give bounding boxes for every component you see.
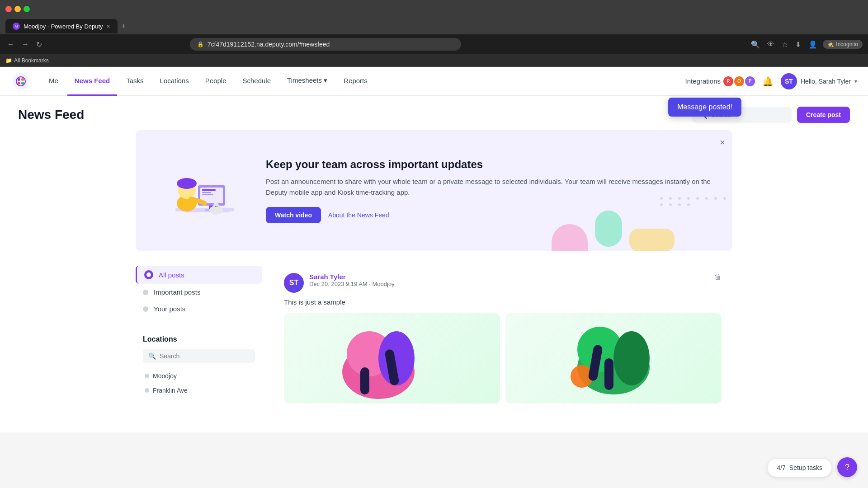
tab-close-btn[interactable]: ×: [107, 23, 110, 30]
post-delete-btn[interactable]: 🗑: [714, 273, 722, 281]
maximize-window-btn[interactable]: [24, 6, 30, 12]
filter-all-posts-icon: [144, 270, 153, 279]
address-bar[interactable]: 🔒 7cf47d19112152.na.deputy.com/#newsfeed: [190, 38, 461, 51]
info-banner: ×: [136, 130, 732, 251]
nav-links: Me News Feed Tasks Locations People Sche…: [42, 67, 375, 95]
svg-point-16: [177, 178, 197, 189]
nav-tasks[interactable]: Tasks: [119, 67, 151, 96]
nav-right: Integrations R O P 🔔 ST Hello, Sarah Tyl…: [685, 73, 857, 89]
banner-description: Post an announcement to share with your …: [266, 176, 711, 198]
nav-people[interactable]: People: [198, 67, 234, 96]
svg-point-22: [217, 206, 217, 207]
deco-shape-3: [629, 229, 675, 251]
filter-your-posts-label: Your posts: [154, 305, 185, 313]
post-author-name[interactable]: Sarah Tyler: [309, 273, 395, 281]
svg-rect-33: [604, 358, 613, 390]
chevron-down-icon: ▾: [854, 78, 857, 84]
minimize-window-btn[interactable]: [14, 6, 21, 12]
integration-badge-purple: P: [745, 76, 755, 86]
notifications-btn[interactable]: 🔔: [762, 76, 774, 87]
post-image-2: [505, 313, 722, 404]
notification-tooltip: Message posted!: [668, 98, 741, 117]
post-image-1: [284, 313, 500, 404]
app-logo[interactable]: [11, 71, 31, 91]
banner-title: Keep your team across important updates: [266, 158, 711, 171]
post-card: ST Sarah Tyler Dec 20, 2023 9:19 AM · Mo…: [273, 262, 732, 414]
post-avatar: ST: [284, 273, 304, 293]
locations-title: Locations: [143, 335, 255, 343]
svg-rect-11: [202, 189, 216, 191]
post-meta: Dec 20, 2023 9:19 AM · Moodjoy: [309, 281, 395, 287]
create-post-btn[interactable]: Create post: [797, 107, 850, 123]
banner-close-btn[interactable]: ×: [720, 137, 725, 148]
browser-toolbar: ← → ↻ 🔒 7cf47d19112152.na.deputy.com/#ne…: [0, 34, 868, 54]
profile-icon[interactable]: 👤: [807, 38, 819, 51]
filter-your-posts-icon: [143, 306, 148, 312]
tab-bar: M Moodjoy - Powered By Deputy × +: [0, 18, 868, 34]
user-menu[interactable]: ST Hello, Sarah Tyler ▾: [781, 73, 857, 89]
filter-all-posts[interactable]: All posts: [136, 266, 262, 284]
url-text: 7cf47d19112152.na.deputy.com/#newsfeed: [208, 41, 454, 48]
window-controls: [5, 6, 30, 12]
post-content: This is just a sample: [284, 298, 722, 306]
banner-illustration: [157, 145, 248, 237]
browser-chrome: M Moodjoy - Powered By Deputy × + ← → ↻ …: [0, 0, 868, 67]
bookmarks-bar: 📁 All Bookmarks: [0, 54, 868, 67]
help-icon: ?: [845, 463, 849, 472]
filter-your-posts[interactable]: Your posts: [136, 300, 262, 317]
svg-point-21: [215, 206, 216, 207]
nav-schedule[interactable]: Schedule: [236, 67, 278, 96]
nav-me[interactable]: Me: [42, 67, 66, 96]
two-col-layout: All posts Important posts Your posts Loc…: [136, 262, 732, 432]
integrations-btn[interactable]: Integrations R O P: [685, 76, 755, 86]
search-icon[interactable]: 🔍: [749, 38, 762, 51]
active-tab[interactable]: M Moodjoy - Powered By Deputy ×: [5, 19, 118, 33]
filter-important-posts[interactable]: Important posts: [136, 284, 262, 300]
reader-icon[interactable]: 👁: [765, 38, 776, 50]
nav-reports[interactable]: Reports: [336, 67, 375, 96]
app: Me News Feed Tasks Locations People Sche…: [0, 67, 868, 432]
locations-search-bar: 🔍: [143, 349, 255, 363]
svg-point-4: [21, 82, 24, 84]
titlebar: [0, 0, 868, 18]
integration-badge-red: R: [723, 76, 733, 86]
about-news-feed-link[interactable]: About the News Feed: [328, 211, 389, 219]
nav-timesheets[interactable]: Timesheets ▾: [280, 67, 335, 96]
bookmarks-label: All Bookmarks: [14, 57, 49, 64]
post-header: ST Sarah Tyler Dec 20, 2023 9:19 AM · Mo…: [284, 273, 722, 293]
svg-rect-13: [202, 194, 213, 195]
help-btn[interactable]: ?: [837, 457, 857, 477]
back-btn[interactable]: ←: [5, 38, 16, 50]
refresh-btn[interactable]: ↻: [34, 38, 44, 51]
filter-section: All posts Important posts Your posts: [136, 262, 262, 321]
close-window-btn[interactable]: [5, 6, 12, 12]
download-icon[interactable]: ⬇: [793, 38, 803, 51]
bookmarks-folder-icon: 📁: [5, 57, 12, 64]
deco-shape-2: [595, 211, 622, 247]
new-tab-btn[interactable]: +: [121, 22, 126, 31]
post-images: [284, 313, 722, 404]
setup-tasks-count: 4/7: [777, 464, 785, 471]
location-dot-2: [145, 388, 149, 393]
post-author-info: Sarah Tyler Dec 20, 2023 9:19 AM · Moodj…: [309, 273, 395, 293]
sidebar: All posts Important posts Your posts Loc…: [136, 262, 262, 414]
filter-important-posts-label: Important posts: [154, 288, 200, 296]
forward-btn[interactable]: →: [20, 38, 31, 50]
watch-video-btn[interactable]: Watch video: [266, 207, 321, 223]
location-moodjoy[interactable]: Moodjoy: [143, 369, 255, 383]
tab-favicon: M: [13, 23, 20, 30]
incognito-label: Incognito: [836, 41, 858, 47]
nav-locations[interactable]: Locations: [153, 67, 196, 96]
location-moodjoy-label: Moodjoy: [153, 372, 177, 380]
locations-search-icon: 🔍: [148, 352, 156, 360]
location-franklin-ave[interactable]: Franklin Ave: [143, 383, 255, 398]
user-initials: ST: [785, 78, 793, 85]
svg-rect-12: [202, 192, 211, 193]
bookmark-icon[interactable]: ☆: [780, 38, 790, 51]
deco-shape-1: [552, 224, 588, 251]
nav-news-feed[interactable]: News Feed: [67, 67, 117, 96]
locations-search-input[interactable]: [160, 352, 250, 360]
setup-tasks-btn[interactable]: 4/7 Setup tasks: [767, 458, 832, 477]
feed: ST Sarah Tyler Dec 20, 2023 9:19 AM · Mo…: [273, 262, 732, 414]
svg-point-0: [13, 73, 29, 89]
